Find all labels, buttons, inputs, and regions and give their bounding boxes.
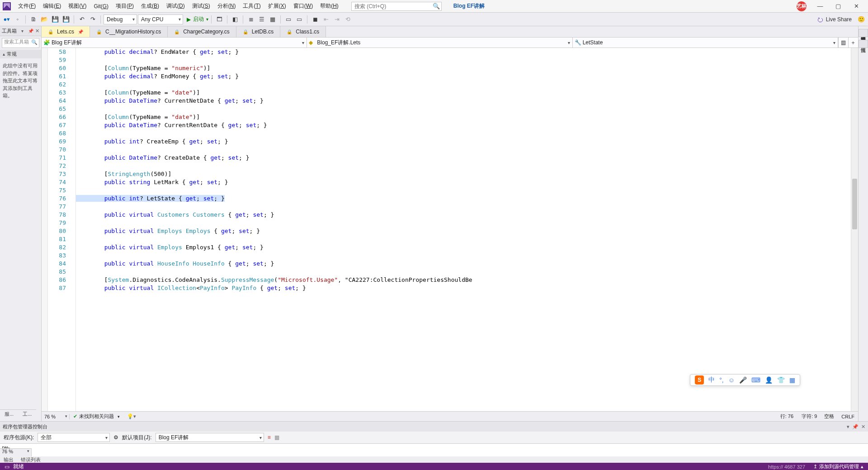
- nav-split-icon[interactable]: ▥: [838, 38, 848, 47]
- ime-emoji-icon[interactable]: ☺: [728, 376, 735, 384]
- doc-tab[interactable]: 🔒LetDB.cs: [236, 26, 281, 37]
- tb-icon-11[interactable]: ⟲: [343, 14, 353, 24]
- tb-icon-6[interactable]: ▭: [283, 14, 293, 24]
- ime-grid-icon[interactable]: ▦: [789, 376, 795, 384]
- tb-icon-1[interactable]: 🗔: [214, 14, 224, 24]
- issues-indicator[interactable]: ✔未找到相关问题▾: [70, 413, 123, 420]
- menu-p[interactable]: 项目(P): [112, 1, 137, 11]
- nav-add-icon[interactable]: ＋: [848, 38, 858, 47]
- pmc-source-dropdown[interactable]: 全部: [38, 433, 110, 442]
- menu-b[interactable]: 生成(B): [137, 1, 163, 11]
- close-icon[interactable]: ✕: [861, 424, 865, 430]
- tb-icon-8[interactable]: ◼: [310, 14, 320, 24]
- solution-name[interactable]: Blog EF讲解: [450, 0, 488, 12]
- tb-icon-7[interactable]: ▭: [294, 14, 304, 24]
- save-all-icon[interactable]: 💾: [61, 14, 71, 24]
- undo-icon[interactable]: ↶: [77, 14, 87, 24]
- tb-icon-5[interactable]: ▦: [268, 14, 278, 24]
- code-text-area[interactable]: public decimal? EndWater { get; set; } […: [76, 48, 851, 411]
- toolbox-tab[interactable]: 工...: [18, 410, 36, 419]
- tb-icon-9[interactable]: ⇤: [321, 14, 331, 24]
- pmc-source-label: 程序包源(K):: [4, 434, 34, 442]
- nav-class-dropdown[interactable]: ◆Blog_EF讲解.Lets: [307, 38, 572, 47]
- menu-v[interactable]: 视图(V): [65, 1, 90, 11]
- menu-n[interactable]: 分析(N): [214, 1, 240, 11]
- configuration-dropdown[interactable]: Debug: [104, 14, 137, 24]
- pmc-icon-1[interactable]: ≡: [268, 434, 271, 441]
- redo-icon[interactable]: ↷: [88, 14, 98, 24]
- tb-icon-2[interactable]: ◧: [230, 14, 240, 24]
- doc-tab[interactable]: 🔒C__MigrationHistory.cs: [90, 26, 168, 37]
- properties-tab[interactable]: 属性: [859, 40, 868, 48]
- ime-user-icon[interactable]: 👤: [765, 376, 773, 384]
- lightbulb-icon[interactable]: 💡▾: [123, 413, 140, 419]
- ime-keyboard-icon[interactable]: ⌨: [751, 376, 760, 384]
- ime-lang[interactable]: 中: [708, 376, 715, 384]
- menu-x[interactable]: 扩展(X): [264, 1, 290, 11]
- toolbox-group-general[interactable]: 常规: [0, 50, 41, 58]
- ime-skin-icon[interactable]: 👕: [777, 376, 785, 384]
- ime-toolbar[interactable]: S 中 °, ☺ 🎤 ⌨ 👤 👕 ▦: [690, 374, 800, 386]
- nav-member-dropdown[interactable]: 🔧LetState: [573, 38, 838, 47]
- search-icon[interactable]: 🔍: [433, 3, 440, 9]
- pmc-project-dropdown[interactable]: Blog EF讲解: [156, 433, 264, 442]
- forward-icon[interactable]: ◦: [13, 14, 23, 24]
- close-icon[interactable]: ✕: [35, 28, 39, 34]
- server-explorer-tab[interactable]: 服...: [0, 410, 18, 419]
- menu-g[interactable]: Git(G): [90, 2, 112, 10]
- tb-icon-3[interactable]: ≣: [246, 14, 256, 24]
- pmc-icon-2[interactable]: ▦: [274, 434, 279, 441]
- live-share-button[interactable]: ⭮Live Share: [817, 16, 852, 23]
- menu-d[interactable]: 调试(D): [163, 1, 189, 11]
- pmc-output[interactable]: PM> 76 %: [0, 443, 868, 456]
- save-icon[interactable]: 💾: [50, 14, 60, 24]
- new-project-icon[interactable]: 🗎: [28, 14, 38, 24]
- tb-icon-10[interactable]: ⇥: [332, 14, 342, 24]
- ime-punct-icon[interactable]: °,: [719, 376, 724, 384]
- maximize-button[interactable]: ▢: [829, 0, 847, 12]
- doc-tab[interactable]: 🔒ChargeCategory.cs: [168, 26, 236, 37]
- platform-dropdown[interactable]: Any CPU: [138, 14, 183, 24]
- toolbox-header: 工具箱 ▾ 📌 ✕: [0, 26, 41, 36]
- sogou-icon[interactable]: S: [695, 375, 704, 385]
- breakpoint-margin[interactable]: [42, 48, 48, 411]
- menu-h[interactable]: 帮助(H): [316, 1, 342, 11]
- start-debug-button[interactable]: ▶启动▾: [187, 15, 208, 23]
- indent-mode[interactable]: 空格: [821, 413, 838, 420]
- menu-t[interactable]: 工具(T): [239, 1, 264, 11]
- close-button[interactable]: ✕: [847, 0, 865, 12]
- vertical-scrollbar[interactable]: [851, 48, 858, 411]
- pin-icon[interactable]: 📌: [28, 28, 33, 33]
- main-menu: 文件(F)编辑(E)视图(V)Git(G)项目(P)生成(B)调试(D)测试(S…: [14, 1, 342, 11]
- zoom-dropdown[interactable]: 76 %: [42, 414, 70, 419]
- gear-icon[interactable]: ⚙: [113, 434, 118, 441]
- doc-tab[interactable]: 🔒Lets.cs📌: [42, 26, 90, 37]
- nav-project-dropdown[interactable]: 🧩Blog EF讲解: [42, 38, 307, 47]
- pin-icon[interactable]: 📌: [852, 424, 859, 430]
- dropdown-icon[interactable]: ▾: [21, 28, 24, 33]
- user-avatar[interactable]: 艺林: [797, 1, 807, 11]
- minimize-button[interactable]: —: [811, 0, 829, 12]
- open-icon[interactable]: 📂: [39, 14, 49, 24]
- solution-explorer-tab[interactable]: 解决方案资源管理器: [859, 29, 868, 37]
- quick-launch-input[interactable]: [351, 2, 442, 11]
- outline-margin[interactable]: [70, 48, 76, 411]
- editor-status-strip: 76 % ✔未找到相关问题▾ 💡▾ 行: 76 字符: 9 空格 CRLF: [42, 411, 858, 421]
- toolbox-search-input[interactable]: 搜索工具箱: [2, 38, 39, 48]
- doc-tab[interactable]: 🔒Class1.cs: [280, 26, 326, 37]
- pmc-zoom-dropdown[interactable]: 76 %: [0, 448, 32, 456]
- tb-icon-4[interactable]: ☰: [257, 14, 267, 24]
- menu-w[interactable]: 窗口(W): [290, 1, 316, 11]
- source-control-button[interactable]: ↥添加到源代码管理▴: [813, 463, 863, 470]
- feedback-icon[interactable]: 🙂: [856, 14, 866, 24]
- menu-e[interactable]: 编辑(E): [39, 1, 65, 11]
- menu-s[interactable]: 测试(S): [189, 1, 214, 11]
- ime-voice-icon[interactable]: 🎤: [739, 376, 747, 384]
- output-tab[interactable]: 输出: [0, 456, 17, 463]
- eol-mode[interactable]: CRLF: [838, 414, 858, 419]
- menu-f[interactable]: 文件(F): [14, 1, 39, 11]
- back-icon[interactable]: ●▾: [2, 14, 12, 24]
- code-editor[interactable]: 58 59 60 61 62 63 64 65 66 67 68 69 70 7…: [42, 48, 858, 411]
- dropdown-icon[interactable]: ▾: [847, 424, 849, 430]
- error-list-tab[interactable]: 错误列表: [17, 456, 44, 463]
